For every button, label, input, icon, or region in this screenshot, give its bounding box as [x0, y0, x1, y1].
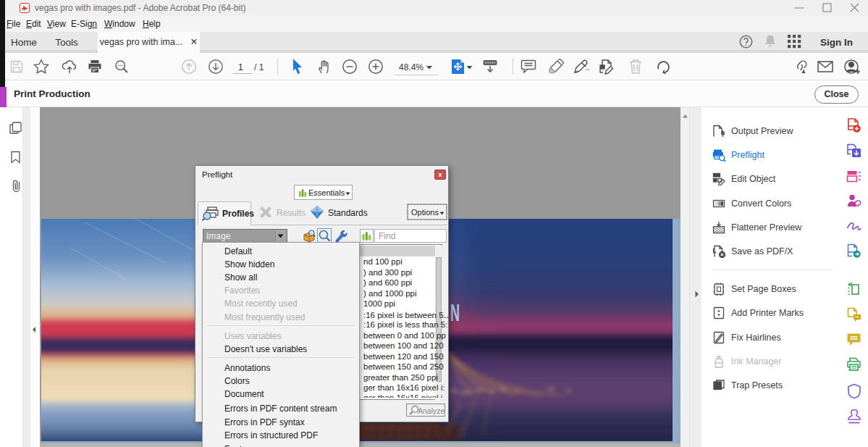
- svg-text:N: N: [450, 299, 460, 326]
